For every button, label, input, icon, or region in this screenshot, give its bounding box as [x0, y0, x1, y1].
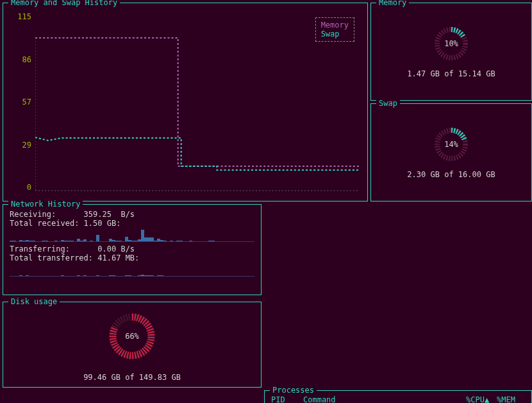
processes-panel: Processes PID Command %CPU▲ %MEM 8939nod…	[264, 390, 532, 403]
col-pid[interactable]: PID	[271, 395, 303, 403]
col-cpu[interactable]: %CPU▲	[466, 395, 497, 403]
swap-gauge-panel: Swap 14% 2.30 GB of 16.00 GB	[370, 103, 532, 202]
net-recv-total-row: Total received: 1.50 GB:	[10, 219, 254, 228]
net-recv-row: Receiving: 359.25 B/s	[10, 210, 254, 219]
swap-usage-text: 2.30 GB of 16.00 GB	[407, 170, 495, 179]
label: Receiving:	[10, 210, 56, 219]
label: Total received:	[10, 219, 79, 228]
y-tick: 57	[10, 98, 31, 107]
disk-usage-panel: Disk usage 66% 99.46 GB of 149.83 GB	[3, 302, 262, 388]
recv-bars	[10, 229, 254, 242]
history-svg	[35, 12, 360, 192]
legend-swap: Swap	[321, 30, 349, 39]
y-tick: 86	[10, 55, 31, 64]
disk-percent: 66%	[125, 332, 139, 341]
label: Transferring:	[10, 244, 70, 253]
swap-percent: 14%	[444, 140, 458, 149]
panel-title: Memory	[376, 0, 409, 7]
value: 1.50 GB:	[84, 219, 121, 228]
disk-usage-text: 99.46 GB of 149.83 GB	[83, 373, 181, 382]
memory-swap-history-panel: Memory and Swap History 115 86 57 29 0 M…	[3, 3, 368, 202]
memory-percent: 10%	[444, 39, 458, 48]
net-send-total-row: Total transferred: 41.67 MB:	[10, 253, 254, 262]
process-table: PID Command %CPU▲ %MEM 8939node /usr/bin…	[271, 395, 525, 403]
memory-usage-text: 1.47 GB of 15.14 GB	[407, 69, 495, 78]
label: Total transferred:	[10, 253, 93, 262]
value: 0.00 B/s	[97, 244, 135, 253]
network-history-panel: Network History Receiving: 359.25 B/s To…	[3, 204, 262, 295]
net-send-row: Transferring: 0.00 B/s	[10, 244, 254, 253]
y-tick: 29	[10, 141, 31, 150]
y-tick: 0	[10, 183, 31, 192]
memory-gauge-panel: Memory 10% 1.47 GB of 15.14 GB	[370, 3, 532, 101]
sort-indicator-icon: ▲	[485, 395, 489, 403]
chart-area: Memory Swap	[35, 12, 360, 192]
panel-title: Processes	[270, 386, 317, 395]
panel-title: Disk usage	[8, 297, 60, 306]
y-tick: 115	[10, 12, 31, 21]
y-axis: 115 86 57 29 0	[10, 12, 31, 192]
memory-donut: 10%	[426, 26, 477, 62]
panel-title: Swap	[376, 99, 400, 108]
process-header[interactable]: PID Command %CPU▲ %MEM	[271, 395, 525, 403]
panel-title: Network History	[8, 200, 83, 209]
col-command[interactable]: Command	[303, 395, 466, 403]
disk-donut: 66%	[97, 307, 167, 365]
legend: Memory Swap	[315, 17, 354, 42]
value: 359.25 B/s	[84, 210, 135, 219]
legend-memory: Memory	[321, 21, 349, 30]
panel-title: Memory and Swap History	[8, 0, 120, 7]
send-bars	[10, 264, 254, 277]
swap-donut: 14%	[426, 126, 477, 162]
col-mem[interactable]: %MEM	[497, 395, 525, 403]
value: 41.67 MB:	[97, 253, 139, 262]
